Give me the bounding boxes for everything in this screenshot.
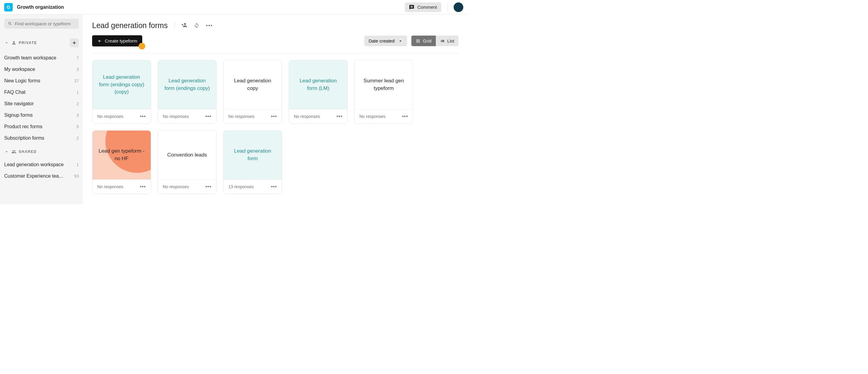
form-card-body: Lead generation form (endings copy) — [158, 60, 216, 109]
form-card-title: Lead generation form (endings copy) — [163, 77, 211, 92]
form-card-menu-icon[interactable]: ••• — [140, 114, 146, 119]
add-member-icon[interactable] — [181, 22, 187, 29]
sidebar-item[interactable]: Product rec forms5 — [4, 121, 79, 132]
sidebar-item[interactable]: Growth team workspace7 — [4, 52, 79, 64]
form-card-body: Lead generation form (endings copy) (cop… — [92, 60, 151, 109]
plus-icon — [72, 40, 77, 45]
sidebar-item-count: 1 — [76, 162, 79, 167]
form-card[interactable]: Lead generation form (LM)No responses••• — [289, 60, 348, 124]
form-card-body: Lead generation form — [223, 131, 282, 179]
sidebar-item-label: Site navigator — [4, 101, 34, 106]
app-header: G Growth organization Comment — [0, 0, 467, 14]
create-label: Create typeform — [105, 38, 137, 43]
form-card-body: Lead generation form (LM) — [289, 60, 347, 109]
form-card-menu-icon[interactable]: ••• — [205, 184, 211, 190]
form-card-menu-icon[interactable]: ••• — [336, 114, 342, 119]
comment-button[interactable]: Comment — [405, 2, 441, 12]
form-card-responses: No responses — [294, 114, 320, 119]
form-card-menu-icon[interactable]: ••• — [205, 114, 211, 119]
form-card[interactable]: Lead generation form13 responses••• — [223, 130, 282, 194]
form-card-menu-icon[interactable]: ••• — [140, 184, 146, 190]
search-icon — [8, 22, 12, 26]
form-card[interactable]: Summer lead gen typeformNo responses••• — [354, 60, 413, 124]
sidebar-item-count: 7 — [76, 56, 79, 60]
form-card-footer: No responses••• — [158, 179, 216, 194]
form-card-footer: No responses••• — [223, 109, 282, 123]
form-card-responses: No responses — [97, 184, 123, 189]
sidebar-item[interactable]: Site navigator2 — [4, 98, 79, 109]
cards-grid: Lead generation form (endings copy) (cop… — [92, 60, 459, 194]
more-icon[interactable]: ••• — [206, 23, 213, 28]
org-name[interactable]: Growth organization — [17, 4, 64, 10]
form-card-title: Convention leads — [167, 151, 207, 159]
sidebar-item-label: Signup forms — [4, 112, 33, 118]
form-card-footer: No responses••• — [354, 109, 413, 123]
sidebar: Find workspace or typeform PRIVATE Growt… — [0, 14, 83, 204]
sidebar-item[interactable]: New Logic forms27 — [4, 75, 79, 87]
form-card[interactable]: Lead generation copyNo responses••• — [223, 60, 282, 124]
form-card-footer: No responses••• — [158, 109, 216, 123]
view-list-label: List — [447, 38, 454, 43]
form-card[interactable]: Convention leadsNo responses••• — [158, 130, 217, 194]
grid-icon — [415, 39, 421, 43]
sidebar-item[interactable]: FAQ Chat1 — [4, 87, 79, 98]
sidebar-item-label: New Logic forms — [4, 78, 40, 83]
sidebar-item-label: Product rec forms — [4, 124, 42, 129]
form-card-body: Convention leads — [158, 131, 216, 179]
sidebar-item-label: Customer Experience team … — [4, 173, 65, 179]
form-card-body: Lead gen typeform - no HF — [92, 131, 151, 179]
form-card-responses: 13 responses — [228, 184, 254, 189]
chevron-down-icon — [398, 39, 403, 43]
form-card-responses: No responses — [97, 114, 123, 119]
form-card-footer: 13 responses••• — [223, 179, 282, 194]
sidebar-item-count: 2 — [76, 101, 79, 106]
sidebar-item[interactable]: Lead generation workspace1 — [4, 159, 79, 170]
chevron-down-icon[interactable] — [4, 40, 9, 45]
person-icon — [11, 40, 16, 45]
section-shared-label: SHARED — [19, 149, 37, 154]
view-list-button[interactable]: List — [436, 36, 459, 46]
chevron-down-icon[interactable] — [4, 149, 9, 154]
org-badge[interactable]: G — [4, 3, 13, 11]
view-grid-button[interactable]: Grid — [411, 36, 435, 46]
list-icon — [440, 39, 445, 43]
form-card-footer: No responses••• — [289, 109, 347, 123]
form-card-title: Lead generation form (endings copy) (cop… — [97, 74, 146, 96]
search-input[interactable]: Find workspace or typeform — [4, 19, 79, 29]
form-card-title: Lead generation form — [228, 147, 277, 162]
people-icon — [11, 149, 16, 154]
section-private-label: PRIVATE — [19, 41, 37, 45]
section-shared-header: SHARED — [4, 149, 79, 154]
header-divider — [447, 2, 447, 12]
sync-icon[interactable] — [194, 22, 199, 29]
form-card-menu-icon[interactable]: ••• — [271, 184, 277, 190]
form-card[interactable]: Lead generation form (endings copy) (cop… — [92, 60, 151, 124]
sidebar-item[interactable]: My workspace3 — [4, 64, 79, 75]
form-card-responses: No responses — [163, 184, 189, 189]
view-grid-label: Grid — [423, 38, 431, 43]
page-title: Lead generation forms — [92, 21, 167, 30]
form-card[interactable]: Lead generation form (endings copy)No re… — [158, 60, 217, 124]
form-card-title: Lead generation form (LM) — [294, 77, 342, 92]
sort-dropdown[interactable]: Date created — [364, 36, 407, 46]
form-card-title: Lead generation copy — [228, 77, 277, 92]
form-card-responses: No responses — [163, 114, 189, 119]
form-card-title: Lead gen typeform - no HF — [97, 147, 146, 162]
form-card-menu-icon[interactable]: ••• — [271, 114, 277, 119]
create-typeform-button[interactable]: Create typeform — [92, 35, 142, 46]
sidebar-item-count: 1 — [76, 90, 79, 95]
sidebar-item-label: Subscription forms — [4, 135, 44, 141]
view-toggle: Grid List — [411, 36, 459, 46]
sidebar-item-label: My workspace — [4, 67, 35, 72]
user-avatar[interactable] — [454, 2, 463, 12]
add-workspace-button[interactable] — [70, 38, 79, 47]
form-card[interactable]: Lead gen typeform - no HFNo responses••• — [92, 130, 151, 194]
search-placeholder: Find workspace or typeform — [15, 21, 71, 26]
sidebar-item[interactable]: Signup forms3 — [4, 109, 79, 121]
attention-pulse-icon — [138, 43, 145, 49]
form-card-menu-icon[interactable]: ••• — [402, 114, 408, 119]
form-card-footer: No responses••• — [92, 109, 151, 123]
sidebar-item-label: FAQ Chat — [4, 90, 25, 95]
sidebar-item[interactable]: Subscription forms2 — [4, 132, 79, 144]
sidebar-item[interactable]: Customer Experience team …93 — [4, 170, 79, 182]
